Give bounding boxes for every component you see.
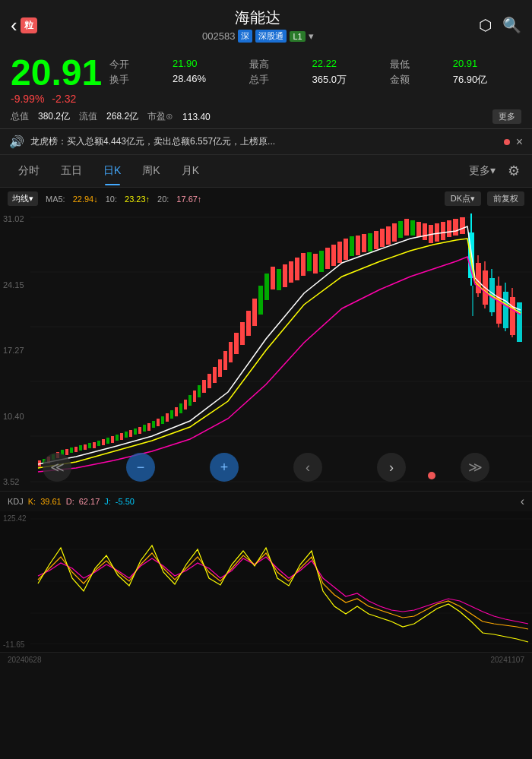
svg-rect-42	[202, 380, 206, 393]
svg-rect-82	[344, 239, 348, 260]
kdj-k-label: K:	[28, 497, 36, 506]
svg-rect-86	[368, 233, 372, 251]
svg-rect-98	[441, 222, 445, 240]
dragon-tiger-banner: 🔊 龙虎榜：买入总额4.443亿元，卖出总额6.557亿元，上榜原... ×	[0, 129, 532, 155]
chart-prev-button[interactable]: ‹	[293, 453, 322, 482]
svg-rect-72	[283, 264, 287, 287]
svg-rect-51	[252, 299, 257, 326]
liuzhi-label: 流值	[79, 110, 97, 123]
stock-name: 海能达	[202, 8, 314, 28]
ma-right-buttons: DK点▾ 前复权	[445, 191, 524, 206]
back-icon[interactable]: ‹	[11, 14, 17, 37]
huan-value: 28.46%	[173, 73, 240, 87]
fq-button[interactable]: 前复权	[487, 191, 524, 206]
svg-rect-80	[331, 245, 336, 266]
tab-day-k[interactable]: 日K	[93, 157, 131, 185]
chart-annotation-dot	[428, 472, 435, 479]
jin-value: 76.90亿	[453, 73, 521, 87]
svg-rect-99	[447, 220, 451, 237]
kdj-svg	[0, 511, 532, 652]
svg-rect-95	[423, 223, 427, 240]
svg-rect-48	[234, 333, 239, 354]
svg-rect-100	[453, 219, 458, 236]
candlestick-chart-svg	[0, 210, 532, 491]
svg-rect-36	[175, 407, 178, 416]
svg-rect-88	[380, 229, 385, 247]
back-button[interactable]: ‹ 粒	[11, 14, 37, 37]
kdj-chart-area[interactable]: 125.42 -11.65	[0, 511, 532, 652]
chevron-down-icon[interactable]: ▾	[309, 30, 314, 42]
svg-rect-34	[166, 413, 169, 422]
svg-rect-71	[277, 269, 281, 290]
l1-badge: L1	[290, 31, 305, 42]
change-value: -2.32	[52, 93, 76, 105]
date-end: 20241107	[491, 656, 525, 664]
chart-scroll-right-button[interactable]: ≫	[461, 453, 489, 482]
svg-rect-75	[301, 253, 306, 276]
svg-rect-49	[240, 322, 245, 345]
svg-rect-89	[386, 226, 391, 245]
tab-more[interactable]: 更多▾	[461, 157, 503, 185]
svg-rect-20	[102, 439, 105, 445]
date-start: 20240628	[8, 656, 42, 664]
settings-icon[interactable]: ⚙	[503, 155, 524, 187]
low-label: 最低	[390, 58, 444, 71]
tab-fen-shi[interactable]: 分时	[8, 157, 50, 185]
chart-scroll-left-button[interactable]: ≪	[43, 453, 71, 482]
svg-rect-35	[170, 410, 173, 419]
dragon-close-button[interactable]: ×	[516, 135, 523, 149]
svg-rect-84	[356, 236, 360, 255]
tab-month-k[interactable]: 月K	[171, 157, 210, 185]
more-button[interactable]: 更多	[492, 109, 521, 124]
chart-zoom-in-button[interactable]: +	[210, 453, 239, 482]
svg-rect-28	[138, 427, 141, 434]
huan-label: 换手	[109, 73, 163, 87]
stock-code-row: 002583 深 深股通 L1 ▾	[202, 30, 314, 43]
low-value: 20.91	[453, 58, 521, 71]
svg-rect-97	[435, 223, 439, 242]
search-icon[interactable]: 🔍	[502, 16, 521, 34]
chart-zoom-out-button[interactable]: −	[126, 453, 155, 482]
svg-rect-13	[70, 447, 73, 453]
shiy-label: 市盈⊙	[147, 110, 173, 123]
ma10-value: 23.23↑	[125, 194, 150, 204]
tab-week-k[interactable]: 周K	[131, 157, 170, 185]
svg-rect-92	[404, 219, 409, 236]
main-chart-area[interactable]: 31.02 24.15 17.27 10.40 3.52	[0, 210, 532, 491]
zongzhi-value: 380.2亿	[38, 110, 70, 123]
stock-code: 002583	[202, 30, 235, 42]
dragon-text: 龙虎榜：买入总额4.443亿元，卖出总额6.557亿元，上榜原...	[30, 135, 498, 148]
kdj-expand-button[interactable]: ‹	[521, 495, 524, 508]
header: ‹ 粒 海能达 002583 深 深股通 L1 ▾ ⬡ 🔍	[0, 0, 532, 49]
svg-rect-32	[157, 419, 160, 426]
svg-rect-16	[84, 444, 87, 450]
svg-rect-30	[147, 423, 150, 431]
tab-five-day[interactable]: 五日	[50, 157, 93, 185]
share-icon[interactable]: ⬡	[479, 16, 492, 34]
svg-rect-43	[207, 374, 211, 388]
svg-rect-29	[143, 425, 146, 432]
kdj-d-label: D:	[66, 497, 74, 506]
svg-rect-81	[337, 242, 342, 263]
svg-rect-52	[258, 286, 263, 315]
candle-group-spike	[468, 213, 522, 342]
shiy-value: 113.40	[182, 112, 211, 122]
svg-rect-83	[350, 236, 354, 256]
candle-group-early	[38, 274, 269, 466]
chart-next-button[interactable]: ›	[377, 453, 406, 482]
stock-title-section: 海能达 002583 深 深股通 L1 ▾	[202, 8, 314, 43]
svg-rect-18	[93, 442, 96, 448]
header-icons: ⬡ 🔍	[479, 16, 521, 34]
price-section: 20.91 -9.99% -2.32 今开 21.90 最高 22.22 最低 …	[0, 49, 532, 129]
dk-button[interactable]: DK点▾	[445, 191, 481, 206]
high-label: 最高	[249, 58, 303, 71]
shen-badge: 深	[238, 30, 252, 43]
svg-rect-70	[271, 267, 275, 289]
svg-rect-76	[307, 252, 312, 271]
svg-rect-37	[179, 403, 182, 413]
svg-rect-50	[246, 311, 251, 336]
svg-rect-27	[134, 429, 137, 435]
svg-rect-91	[398, 221, 403, 238]
svg-rect-44	[213, 367, 217, 383]
ma-toggle-button[interactable]: 均线▾	[8, 191, 38, 206]
